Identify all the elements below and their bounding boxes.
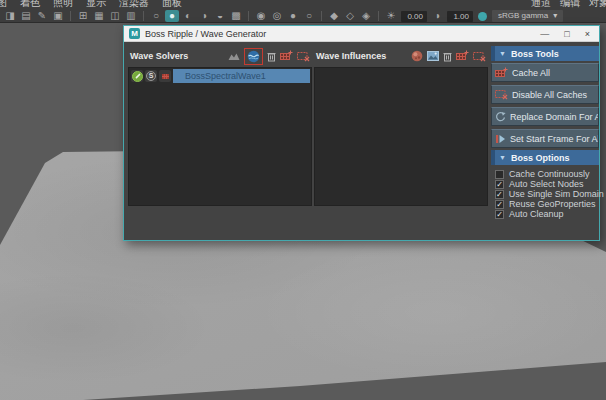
set-start-frame-button[interactable]: Set Start Frame For Al — [491, 129, 599, 148]
boss-options-header[interactable]: ▼ Boss Options — [491, 150, 599, 165]
reuse-geoproperties-option[interactable]: ✓ Reuse GeoProperties — [495, 199, 599, 209]
camera-tool-icon[interactable]: ◨ — [3, 10, 17, 22]
wave-solvers-title: Wave Solvers — [130, 51, 188, 61]
solver-list-item: S BossSpectralWave1 — [129, 69, 311, 83]
solver-cache-toggle[interactable] — [159, 70, 171, 82]
solver-s-icon: S — [146, 71, 156, 81]
menu-shading[interactable]: 着色 — [20, 0, 40, 9]
view-transform-dropdown[interactable]: sRGB gamma ▾ — [492, 10, 563, 22]
wave-influences-list[interactable] — [314, 67, 488, 206]
cache-continuously-checkbox[interactable] — [495, 170, 504, 179]
create-linear-wave-icon[interactable] — [228, 52, 240, 61]
solver-enabled-toggle[interactable] — [131, 70, 143, 82]
create-influence-icon[interactable] — [411, 50, 423, 62]
xray-joints-icon[interactable]: ◈ — [359, 10, 373, 22]
gate-mask-icon[interactable]: ▥ — [124, 10, 138, 22]
wave-solvers-header: Wave Solvers — [128, 45, 312, 67]
chevron-down-icon: ▾ — [553, 10, 557, 22]
menu-view[interactable]: 视图 — [0, 0, 7, 9]
ambient-occlusion-icon[interactable]: ● — [286, 10, 300, 22]
smooth-shade-icon[interactable]: ● — [165, 10, 179, 22]
default-material-icon[interactable]: ▩ — [229, 10, 243, 22]
use-single-sim-domain-label: Use Single Sim Domain — [509, 189, 604, 199]
maya-logo-icon: M — [129, 28, 140, 39]
solver-row-selected[interactable]: BossSpectralWave1 — [173, 69, 310, 83]
xray-icon[interactable]: ◇ — [343, 10, 357, 22]
film-gate-icon[interactable]: ▦ — [92, 10, 106, 22]
replace-domain-icon — [495, 111, 506, 122]
create-spectral-wave-highlight — [244, 48, 263, 65]
maya-viewport-window: 视图 着色 照明 显示 渲染器 面板 通道 编辑 对象 显示 ◨ ▤ ✎ ▣ ⊞… — [0, 0, 606, 400]
delete-influence-icon[interactable] — [443, 51, 452, 62]
grid-icon[interactable]: ⊞ — [76, 10, 90, 22]
menu-edit[interactable]: 编辑 — [560, 0, 580, 9]
boss-tools-title: Boss Tools — [511, 49, 559, 59]
menu-renderer[interactable]: 渲染器 — [119, 0, 149, 9]
solver-name: BossSpectralWave1 — [173, 71, 266, 81]
wave-influences-header: Wave Influences — [314, 45, 488, 67]
boss-tools-header[interactable]: ▼ Boss Tools — [491, 46, 599, 61]
influence-image-icon[interactable] — [427, 51, 439, 61]
delete-solver-icon[interactable] — [267, 51, 276, 62]
toolbar-separator — [143, 11, 144, 21]
auto-select-nodes-option[interactable]: ✓ Auto Select Nodes — [495, 179, 599, 189]
color-management-icon[interactable] — [478, 12, 487, 21]
auto-cleanup-option[interactable]: ✓ Auto Cleanup — [495, 209, 599, 219]
chevron-down-icon: ▼ — [499, 154, 506, 161]
cache-influence-icon[interactable] — [456, 50, 469, 62]
menu-lighting[interactable]: 照明 — [53, 0, 73, 9]
disable-cache-icon[interactable] — [297, 51, 310, 62]
use-all-lights-icon[interactable]: ◉ — [254, 10, 268, 22]
menu-show[interactable]: 显示 — [86, 0, 106, 9]
menu-panels[interactable]: 面板 — [162, 0, 182, 9]
disable-all-caches-icon — [495, 89, 508, 100]
image-plane-icon[interactable]: ✎ — [35, 10, 49, 22]
exposure-field[interactable]: 0.00 — [401, 11, 427, 22]
use-single-sim-domain-checkbox[interactable]: ✓ — [495, 190, 504, 199]
view-transform-value: sRGB gamma — [498, 10, 548, 22]
menu-channels[interactable]: 通道 — [531, 0, 551, 9]
panel-menubar: 视图 着色 照明 显示 渲染器 面板 — [0, 0, 182, 9]
menu-object[interactable]: 对象 — [589, 0, 606, 9]
wireframe-on-shaded-icon[interactable]: ◑ — [197, 10, 211, 22]
use-single-sim-domain-option[interactable]: ✓ Use Single Sim Domain — [495, 189, 599, 199]
shadows-icon[interactable]: ◎ — [270, 10, 284, 22]
viewport-icon-bar: ◨ ▤ ✎ ▣ ⊞ ▦ ◫ ▥ ○ ● ◐ ◑ ◒ ▩ ◉ ◎ ● ○ ◆ ◇ … — [2, 9, 563, 23]
close-button[interactable]: × — [585, 26, 590, 42]
disable-all-caches-button[interactable]: Disable All Caches — [491, 85, 599, 104]
wave-influences-title: Wave Influences — [316, 51, 386, 61]
dialog-titlebar[interactable]: M Boss Ripple / Wave Generator — □ × — [124, 26, 599, 42]
anti-alias-icon[interactable]: ○ — [302, 10, 316, 22]
minimize-button[interactable]: — — [540, 26, 549, 42]
replace-domain-label: Replace Domain For A — [510, 112, 599, 122]
resolution-gate-icon[interactable]: ◫ — [108, 10, 122, 22]
checker-icon[interactable]: ◒ — [213, 10, 227, 22]
two-d-pan-icon[interactable]: ▣ — [51, 10, 65, 22]
boss-options-title: Boss Options — [511, 153, 570, 163]
isolate-select-icon[interactable]: ◆ — [327, 10, 341, 22]
channelbox-menubar: 通道 编辑 对象 显示 — [531, 0, 606, 9]
wireframe-icon[interactable]: ○ — [149, 10, 163, 22]
replace-domain-button[interactable]: Replace Domain For A — [491, 107, 599, 126]
boss-wave-generator-dialog: M Boss Ripple / Wave Generator — □ × Wav… — [123, 25, 600, 241]
maximize-button[interactable]: □ — [564, 26, 569, 42]
reuse-geoproperties-label: Reuse GeoProperties — [509, 199, 596, 209]
cache-all-button[interactable]: Cache All — [491, 63, 599, 82]
dialog-title: Boss Ripple / Wave Generator — [145, 29, 266, 39]
gamma-field[interactable]: 1.00 — [447, 11, 473, 22]
auto-cleanup-label: Auto Cleanup — [509, 209, 564, 219]
solver-type-badge[interactable]: S — [145, 70, 157, 82]
cache-continuously-option[interactable]: Cache Continuously — [495, 169, 599, 179]
auto-select-nodes-checkbox[interactable]: ✓ — [495, 180, 504, 189]
textured-icon[interactable]: ◐ — [181, 10, 195, 22]
disable-influence-cache-icon[interactable] — [473, 51, 486, 62]
create-spectral-wave-icon[interactable] — [247, 50, 260, 63]
cache-solver-icon[interactable] — [280, 50, 293, 62]
wave-solvers-list[interactable]: S BossSpectralWave1 — [128, 67, 312, 206]
toolbar-separator — [378, 11, 379, 21]
cache-all-label: Cache All — [512, 68, 550, 78]
bookmark-icon[interactable]: ▤ — [19, 10, 33, 22]
auto-cleanup-checkbox[interactable]: ✓ — [495, 210, 504, 219]
reuse-geoproperties-checkbox[interactable]: ✓ — [495, 200, 504, 209]
disable-all-caches-label: Disable All Caches — [512, 90, 587, 100]
